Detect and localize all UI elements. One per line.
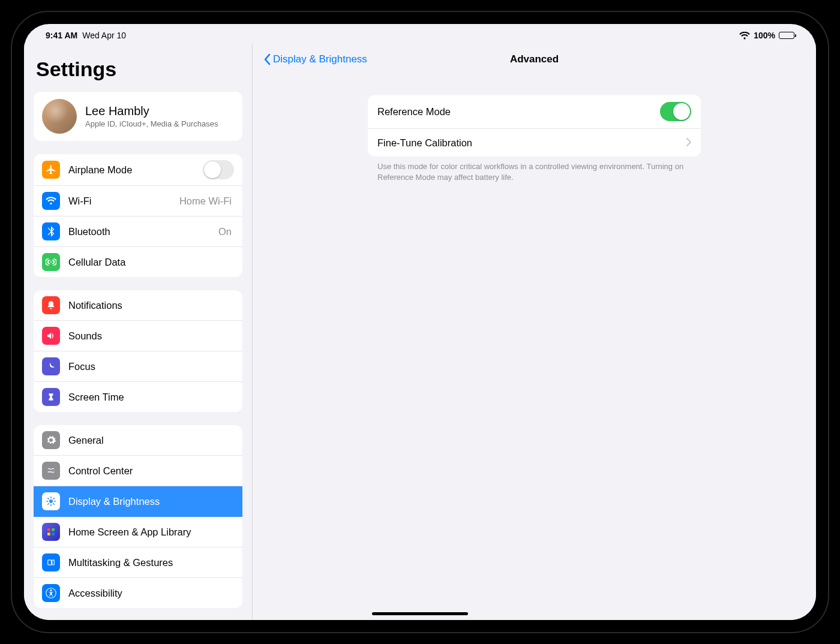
footer-note: Use this mode for color critical workflo… [368,157,701,182]
chevron-left-icon [263,53,271,65]
row-label: Airplane Mode [68,164,203,176]
avatar [42,99,77,134]
cellular-icon [42,253,60,271]
svg-rect-1 [47,528,50,531]
page-title: Settings [36,58,240,81]
sidebar-item-notifications[interactable]: Notifications [34,290,242,321]
wifi-settings-icon [42,192,60,210]
moon-icon [42,357,60,375]
row-label: Display & Brightness [68,496,234,507]
svg-rect-2 [52,528,55,531]
wifi-value: Home Wi-Fi [179,195,232,207]
accessibility-icon [42,584,60,602]
bluetooth-icon [42,222,60,240]
sidebar-item-screen-time[interactable]: Screen Time [34,382,242,412]
svg-rect-3 [47,532,50,535]
battery-icon [779,32,794,39]
sidebar-item-cellular[interactable]: Cellular Data [34,247,242,277]
row-label: Notifications [68,300,234,311]
home-indicator[interactable] [372,612,468,615]
reference-mode-toggle[interactable] [660,102,691,121]
settings-sidebar: Settings Lee Hambly Apple ID, iCloud+, M… [24,43,252,620]
sidebar-item-sounds[interactable]: Sounds [34,321,242,351]
reference-mode-row[interactable]: Reference Mode [368,95,701,129]
airplane-toggle[interactable] [203,160,234,179]
sidebar-item-bluetooth[interactable]: Bluetooth On [34,216,242,247]
row-label: Wi-Fi [68,195,179,207]
sidebar-item-control-center[interactable]: Control Center [34,456,242,486]
sidebar-item-focus[interactable]: Focus [34,351,242,382]
back-button[interactable]: Display & Brightness [263,53,367,65]
profile-name: Lee Hambly [85,104,218,118]
status-time: 9:41 AM [46,31,77,40]
row-label: Focus [68,361,234,372]
back-label: Display & Brightness [273,53,367,65]
detail-pane: Display & Brightness Advanced Reference … [252,43,816,620]
airplane-icon [42,161,60,179]
battery-percent: 100% [754,31,775,40]
sidebar-item-airplane[interactable]: Airplane Mode [34,154,242,186]
wifi-icon [739,32,750,40]
sidebar-item-display-brightness[interactable]: Display & Brightness [34,486,242,517]
profile-sub: Apple ID, iCloud+, Media & Purchases [85,119,218,128]
chevron-right-icon [686,137,691,149]
grid-icon [42,523,60,541]
bell-icon [42,296,60,314]
sidebar-item-general[interactable]: General [34,425,242,456]
sidebar-item-apple-id[interactable]: Lee Hambly Apple ID, iCloud+, Media & Pu… [34,92,242,141]
row-label: General [68,435,234,446]
reference-mode-label: Reference Mode [377,106,451,118]
status-bar: 9:41 AM Wed Apr 10 100% [24,28,816,43]
fine-tune-calibration-row[interactable]: Fine-Tune Calibration [368,129,701,157]
detail-title: Advanced [510,53,559,65]
svg-rect-6 [52,560,55,565]
svg-point-8 [50,589,52,591]
sliders-icon [42,462,60,480]
brightness-icon [42,492,60,510]
speaker-icon [42,327,60,345]
svg-point-0 [49,499,53,503]
sidebar-item-wifi[interactable]: Wi-Fi Home Wi-Fi [34,186,242,216]
svg-rect-4 [52,532,55,535]
row-label: Home Screen & App Library [68,526,234,538]
bluetooth-value: On [218,226,232,237]
sidebar-item-accessibility[interactable]: Accessibility [34,578,242,608]
calibration-label: Fine-Tune Calibration [377,137,472,149]
row-label: Screen Time [68,392,234,403]
gear-icon [42,431,60,449]
multitask-icon [42,553,60,571]
hourglass-icon [42,388,60,406]
svg-rect-5 [48,560,52,565]
row-label: Control Center [68,465,234,477]
sidebar-item-multitasking[interactable]: Multitasking & Gestures [34,547,242,578]
status-date: Wed Apr 10 [82,31,126,40]
row-label: Sounds [68,330,234,342]
row-label: Accessibility [68,588,234,599]
row-label: Multitasking & Gestures [68,557,234,568]
row-label: Cellular Data [68,257,234,268]
row-label: Bluetooth [68,226,218,237]
sidebar-item-home-screen[interactable]: Home Screen & App Library [34,517,242,547]
